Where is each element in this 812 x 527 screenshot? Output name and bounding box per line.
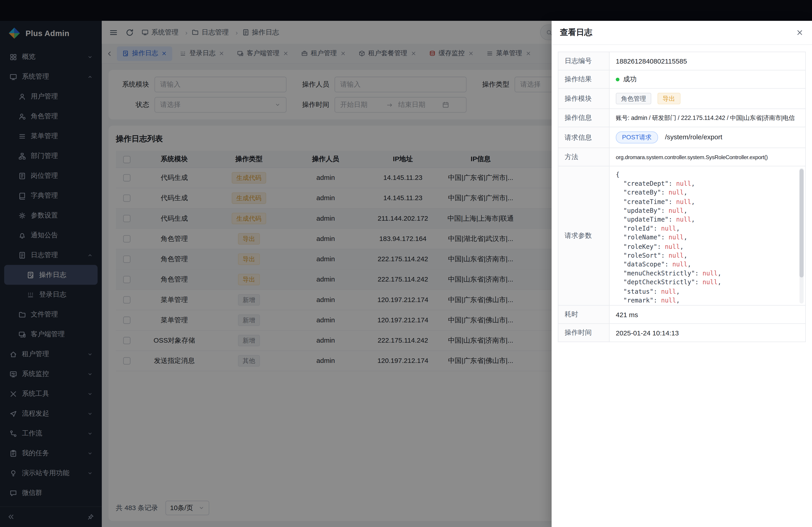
method-value: org.dromara.system.controller.system.Sys… bbox=[609, 148, 806, 166]
detail-label: 方法 bbox=[558, 148, 609, 166]
success-dot bbox=[616, 78, 619, 81]
screen: Plus Admin 概览 系统管理 用户管理 角 bbox=[0, 0, 812, 527]
code-line: "dataScope": null, bbox=[616, 260, 794, 269]
detail-label: 请求参数 bbox=[558, 166, 609, 305]
operation-tag: 导出 bbox=[657, 93, 680, 104]
detail-row-method: 方法 org.dromara.system.controller.system.… bbox=[558, 148, 806, 166]
log-id-value: 1882612840802115585 bbox=[609, 52, 806, 70]
request-url: /system/role/export bbox=[665, 133, 722, 141]
detail-row-result: 操作结果 成功 bbox=[558, 70, 806, 88]
code-line: "menuCheckStrictly": null, bbox=[616, 269, 794, 278]
code-line: "createTime": null, bbox=[616, 197, 794, 207]
close-icon[interactable] bbox=[796, 29, 804, 36]
detail-row-info: 操作信息 账号: admin / 研发部门 / 222.175.114.242 … bbox=[558, 109, 806, 127]
code-line: "deptCheckStrictly": null, bbox=[616, 278, 794, 287]
detail-label: 操作时间 bbox=[558, 324, 609, 342]
detail-label: 操作结果 bbox=[558, 70, 609, 88]
post-method-tag: POST请求 bbox=[616, 132, 658, 144]
code-scrollbar-track bbox=[799, 168, 804, 304]
params-value: { "createDept": null, "createBy": null, … bbox=[609, 166, 806, 305]
detail-label: 日志编号 bbox=[558, 52, 609, 70]
drawer-title: 查看日志 bbox=[560, 27, 592, 38]
code-line: { bbox=[616, 171, 794, 180]
detail-label: 耗时 bbox=[558, 305, 609, 324]
module-value: 角色管理 导出 bbox=[609, 88, 806, 109]
code-line: "roleName": null, bbox=[616, 233, 794, 242]
code-line: "updateTime": null, bbox=[616, 215, 794, 225]
result-value: 成功 bbox=[609, 70, 806, 88]
detail-row-duration: 耗时 421 ms bbox=[558, 305, 806, 324]
code-line: "roleId": null, bbox=[616, 224, 794, 233]
operation-info-value: 账号: admin / 研发部门 / 222.175.114.242 / 中国|… bbox=[609, 109, 806, 127]
request-value: POST请求 /system/role/export bbox=[609, 127, 806, 148]
json-code-block: { "createDept": null, "createBy": null, … bbox=[609, 166, 805, 305]
log-detail-table: 日志编号 1882612840802115585 操作结果 成功 操作模块 角色… bbox=[558, 51, 806, 342]
code-line: "updateBy": null, bbox=[616, 207, 794, 215]
detail-row-time: 操作时间 2025-01-24 10:14:13 bbox=[558, 324, 806, 342]
code-line: "createDept": null, bbox=[616, 179, 794, 189]
detail-label: 操作模块 bbox=[558, 88, 609, 109]
code-line: "status": null, bbox=[616, 287, 794, 296]
module-tag: 角色管理 bbox=[616, 93, 651, 104]
detail-row-id: 日志编号 1882612840802115585 bbox=[558, 52, 806, 70]
code-line: "createBy": null, bbox=[616, 189, 794, 197]
detail-label: 操作信息 bbox=[558, 109, 609, 127]
detail-label: 请求信息 bbox=[558, 127, 609, 148]
view-log-drawer: 查看日志 日志编号 1882612840802115585 操作结果 成功 bbox=[552, 21, 812, 527]
code-line: "remark": null, bbox=[616, 296, 794, 305]
time-value: 2025-01-24 10:14:13 bbox=[609, 324, 806, 342]
drawer-header: 查看日志 bbox=[552, 21, 812, 45]
detail-row-params: 请求参数 { "createDept": null, "createBy": n… bbox=[558, 166, 806, 305]
code-scrollbar-thumb[interactable] bbox=[799, 169, 804, 277]
duration-value: 421 ms bbox=[609, 305, 806, 324]
detail-row-module: 操作模块 角色管理 导出 bbox=[558, 88, 806, 109]
code-line: "roleSort": null, bbox=[616, 251, 794, 260]
drawer-body: 日志编号 1882612840802115585 操作结果 成功 操作模块 角色… bbox=[552, 45, 812, 349]
detail-row-request: 请求信息 POST请求 /system/role/export bbox=[558, 127, 806, 148]
result-text: 成功 bbox=[623, 75, 637, 83]
code-line: "roleKey": null, bbox=[616, 242, 794, 251]
